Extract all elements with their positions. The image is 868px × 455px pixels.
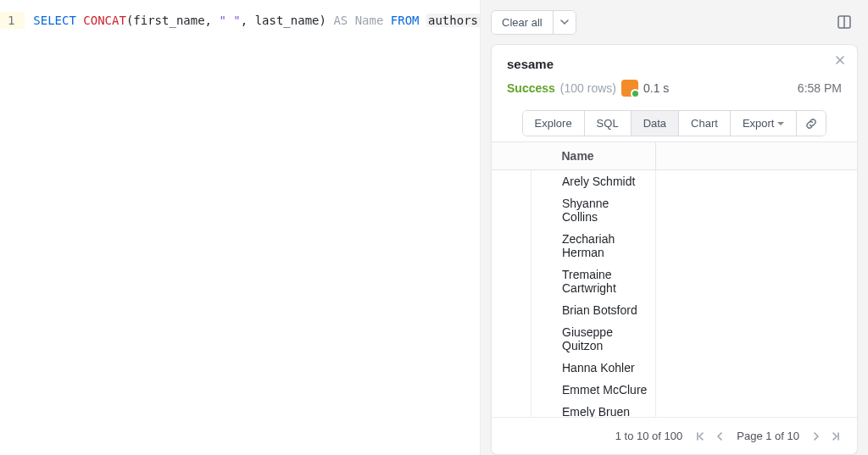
kw-from: FROM <box>391 14 420 27</box>
cell-name: Zechariah Herman <box>531 228 656 264</box>
cell-empty <box>656 379 857 401</box>
chevron-right-icon <box>811 430 821 442</box>
cell-name: Emely Bruen <box>531 401 656 417</box>
tab-export[interactable]: Export <box>731 111 798 136</box>
clear-all-button[interactable]: Clear all <box>492 11 553 34</box>
table-row[interactable]: Emely Bruen <box>492 401 857 417</box>
code-args-close: , last_name) <box>241 14 326 27</box>
cell-empty <box>656 170 857 193</box>
database-icon <box>621 80 638 97</box>
pager-first[interactable] <box>694 430 706 442</box>
pager: 1 to 10 of 100 Page 1 of 10 <box>492 417 857 454</box>
fn-concat: CONCAT <box>83 14 126 27</box>
tab-sql[interactable]: SQL <box>585 111 632 136</box>
row-spacer <box>492 192 531 228</box>
table-row[interactable]: Arely Schmidt <box>492 170 857 193</box>
result-title: sesame <box>507 57 842 71</box>
row-spacer <box>492 264 531 299</box>
table-row[interactable]: Zechariah Herman <box>492 228 857 264</box>
cell-name: Shyanne Collins <box>531 192 656 228</box>
cell-empty <box>656 321 857 357</box>
chevron-left-icon <box>715 430 725 442</box>
pager-last[interactable] <box>830 430 842 442</box>
cell-empty <box>656 357 857 379</box>
chevron-down-icon <box>560 18 569 26</box>
share-link-button[interactable] <box>797 111 826 136</box>
timestamp: 6:58 PM <box>798 81 842 95</box>
cell-empty <box>656 299 857 321</box>
cell-name: Arely Schmidt <box>531 170 656 193</box>
tab-export-label: Export <box>743 117 775 130</box>
result-card: sesame Success (100 rows) 0.1 s 6:58 PM … <box>491 44 858 455</box>
kw-as: AS <box>333 14 348 27</box>
row-count: (100 rows) <box>560 81 616 95</box>
table-row[interactable]: Giuseppe Quitzon <box>492 321 857 357</box>
results-panel: Clear all sesame Success (100 rows) 0.1 … <box>480 0 868 455</box>
row-spacer <box>492 228 531 264</box>
chevron-down-icon <box>777 122 784 125</box>
row-spacer <box>492 321 531 357</box>
tab-explore[interactable]: Explore <box>523 111 585 136</box>
tab-chart[interactable]: Chart <box>679 111 731 136</box>
pager-range: 1 to 10 of 100 <box>615 430 683 442</box>
data-table-wrap: Name Arely SchmidtShyanne CollinsZechari… <box>492 141 857 417</box>
code-line: 1 SELECT CONCAT(first_name, " ", last_na… <box>0 0 480 29</box>
tab-data[interactable]: Data <box>632 111 679 136</box>
table-row[interactable]: Emmet McClure <box>492 379 857 401</box>
link-icon <box>805 118 817 130</box>
last-page-icon <box>830 430 842 442</box>
columns-icon <box>837 14 852 30</box>
line-number: 1 <box>0 12 25 29</box>
clear-all-group: Clear all <box>491 10 576 35</box>
clear-all-dropdown[interactable] <box>554 11 576 34</box>
cell-name: Tremaine Cartwright <box>531 264 656 299</box>
cell-empty <box>656 228 857 264</box>
row-spacer <box>492 401 531 417</box>
row-spacer <box>492 299 531 321</box>
result-tabs: Explore SQL Data Chart Export <box>507 110 842 136</box>
pager-next[interactable] <box>811 430 821 442</box>
layout-toggle-button[interactable] <box>831 8 858 36</box>
sql-editor[interactable]: 1 SELECT CONCAT(first_name, " ", last_na… <box>0 0 480 455</box>
close-icon <box>835 55 845 65</box>
first-page-icon <box>694 430 706 442</box>
code-string: " " <box>219 14 240 27</box>
cell-empty <box>656 264 857 299</box>
row-spacer <box>492 170 531 193</box>
close-button[interactable] <box>835 55 845 65</box>
status-row: Success (100 rows) 0.1 s 6:58 PM <box>507 80 842 97</box>
code-args-open: (first_name, <box>126 14 220 27</box>
column-header-empty <box>656 142 857 170</box>
row-spacer <box>492 379 531 401</box>
alias-name: Name <box>355 14 384 27</box>
cell-empty <box>656 192 857 228</box>
pager-page: Page 1 of 10 <box>737 430 799 442</box>
kw-select: SELECT <box>33 14 76 27</box>
cell-name: Hanna Kohler <box>531 357 656 379</box>
column-header-name[interactable]: Name <box>531 142 656 170</box>
table-row[interactable]: Brian Botsford <box>492 299 857 321</box>
header-spacer <box>492 142 531 170</box>
table-row[interactable]: Tremaine Cartwright <box>492 264 857 299</box>
cell-name: Brian Botsford <box>531 299 656 321</box>
cell-name: Giuseppe Quitzon <box>531 321 656 357</box>
table-row[interactable]: Hanna Kohler <box>492 357 857 379</box>
row-spacer <box>492 357 531 379</box>
cell-name: Emmet McClure <box>531 379 656 401</box>
table-row[interactable]: Shyanne Collins <box>492 192 857 228</box>
table-name: authors <box>426 14 480 27</box>
code-content[interactable]: SELECT CONCAT(first_name, " ", last_name… <box>25 12 480 29</box>
table-body: Arely SchmidtShyanne CollinsZechariah He… <box>492 170 857 418</box>
cell-empty <box>656 401 857 417</box>
panel-toolbar: Clear all <box>491 8 858 36</box>
duration: 0.1 s <box>643 81 669 95</box>
status-label: Success <box>507 81 555 95</box>
pager-prev[interactable] <box>715 430 725 442</box>
data-table: Name Arely SchmidtShyanne CollinsZechari… <box>492 141 857 417</box>
